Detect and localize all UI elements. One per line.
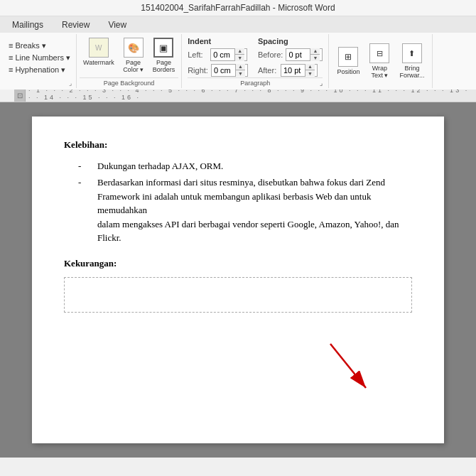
line-numbers-button[interactable]: ≡ Line Numbers ▾	[7, 53, 72, 63]
spacing-after-down[interactable]: ▼	[305, 70, 315, 77]
title-bar: 151402004_SarifahFarrahFadillah - Micros…	[0, 0, 476, 16]
indent-right-down[interactable]: ▼	[236, 70, 245, 77]
wrap-text-icon: ⊟	[369, 43, 389, 63]
spacing-after-input[interactable]: 10 pt ▲ ▼	[281, 64, 318, 77]
page-borders-icon: ▣	[153, 38, 173, 58]
document-page: Kelebihan: - Dukungan terhadap AJAX, ORM…	[32, 117, 444, 443]
indent-left-value: 0 cm	[213, 50, 234, 59]
page-color-icon: 🎨	[124, 38, 144, 58]
page-setup-buttons: ≡ Breaks ▾ ≡ Line Numbers ▾ ≡ Hyphenatio…	[7, 36, 72, 80]
bullet-dash-2: -	[78, 175, 89, 245]
spacing-before-row: Before: 0 pt ▲ ▼	[258, 48, 323, 61]
kelebihan-section: Kelebihan: - Dukungan terhadap AJAX, ORM…	[64, 138, 412, 245]
hyphenation-icon: ≡	[9, 65, 13, 74]
indent-left-row: Left: 0 cm ▲ ▼	[188, 48, 248, 61]
spacing-before-input[interactable]: 0 pt ▲ ▼	[286, 48, 323, 61]
page-setup-group: ≡ Breaks ▾ ≡ Line Numbers ▾ ≡ Hyphenatio…	[3, 34, 77, 88]
before-label: Before:	[258, 50, 283, 59]
spacing-group: Spacing Before: 0 pt ▲ ▼ After: 10 pt	[258, 37, 323, 77]
indent-right-spinner[interactable]: ▲ ▼	[235, 64, 245, 77]
indent-left-up[interactable]: ▲	[235, 48, 244, 55]
tab-mailings[interactable]: Mailings	[3, 16, 53, 33]
ruler: ⊡ · 1 · · · 2 · · · 3 · · · 4 · · · 5 · …	[0, 90, 476, 102]
indent-label: Indent	[188, 37, 248, 45]
indent-left-spinner[interactable]: ▲ ▼	[234, 48, 244, 61]
kelebihan-heading: Kelebihan:	[64, 138, 412, 152]
page-background-group-label: Page Background	[104, 80, 155, 87]
bullet-text-2a: Berdasarkan informasi dari situs resminy…	[97, 175, 412, 245]
arrange-group: ⊞ Position ⊟ WrapText ▾ ⬆ BringForwar...	[329, 34, 433, 88]
kekurangan-text-box[interactable]	[64, 277, 412, 313]
watermark-button[interactable]: W Watermark	[80, 36, 118, 68]
line-numbers-icon: ≡	[9, 53, 13, 62]
paragraph-group-label: Paragraph	[240, 80, 270, 87]
ruler-marks: · 1 · · · 2 · · · 3 · · · 4 · · · 5 · · …	[28, 90, 476, 101]
bullet-item-1: - Dukungan terhadap AJAX, ORM.	[78, 159, 412, 173]
bullet-list: - Dukungan terhadap AJAX, ORM. - Berdasa…	[78, 159, 412, 245]
indent-right-row: Right: 0 cm ▲ ▼	[188, 64, 248, 77]
document-area: Kelebihan: - Dukungan terhadap AJAX, ORM…	[0, 102, 476, 458]
paragraph-expand-icon[interactable]: ⌟	[320, 80, 323, 87]
spacing-before-value: 0 pt	[288, 50, 310, 59]
after-label: After:	[258, 66, 278, 75]
indent-left-down[interactable]: ▼	[235, 55, 244, 61]
spacing-after-up[interactable]: ▲	[305, 64, 315, 71]
position-button[interactable]: ⊞ Position	[333, 45, 363, 77]
bring-forward-button[interactable]: ⬆ BringForwar...	[396, 41, 428, 81]
bullet-text-1: Dukungan terhadap AJAX, ORM.	[97, 159, 223, 173]
indent-right-value: 0 cm	[214, 66, 235, 75]
page-borders-button[interactable]: ▣ PageBorders	[149, 36, 179, 75]
breaks-icon: ≡	[9, 41, 13, 50]
tab-view[interactable]: View	[99, 16, 136, 33]
position-icon: ⊞	[338, 47, 358, 67]
ribbon-tabs: Mailings Review View	[0, 16, 476, 33]
spacing-before-spinner[interactable]: ▲ ▼	[310, 48, 320, 61]
spacing-after-row: After: 10 pt ▲ ▼	[258, 64, 323, 77]
spacing-before-up[interactable]: ▲	[310, 48, 320, 55]
title-text: 151402004_SarifahFarrahFadillah - Micros…	[141, 3, 335, 13]
indent-right-up[interactable]: ▲	[236, 64, 245, 71]
spacing-after-spinner[interactable]: ▲ ▼	[305, 64, 315, 77]
red-arrow	[316, 337, 380, 401]
ribbon-content: ≡ Breaks ▾ ≡ Line Numbers ▾ ≡ Hyphenatio…	[0, 33, 476, 90]
hyphenation-button[interactable]: ≡ Hyphenation ▾	[7, 65, 67, 75]
indent-left-input[interactable]: 0 cm ▲ ▼	[210, 48, 247, 61]
spacing-after-value: 10 pt	[283, 66, 305, 75]
indent-right-input[interactable]: 0 cm ▲ ▼	[211, 64, 248, 77]
right-label: Right:	[188, 66, 208, 75]
svg-line-1	[330, 344, 366, 388]
breaks-button[interactable]: ≡ Breaks ▾	[7, 40, 48, 51]
page-setup-expand-icon[interactable]: ⌟	[69, 80, 72, 87]
bullet-dash-1: -	[78, 159, 89, 173]
arrow-container	[316, 337, 380, 401]
page-color-button[interactable]: 🎨 PageColor ▾	[119, 36, 148, 75]
indent-group: Indent Left: 0 cm ▲ ▼ Right: 0 cm	[188, 37, 248, 77]
spacing-before-down[interactable]: ▼	[310, 55, 320, 61]
bring-forward-icon: ⬆	[402, 43, 422, 63]
wrap-text-button[interactable]: ⊟ WrapText ▾	[366, 41, 393, 81]
left-label: Left:	[188, 50, 207, 59]
tab-review[interactable]: Review	[53, 16, 99, 33]
bullet-item-2: - Berdasarkan informasi dari situs resmi…	[78, 175, 412, 245]
watermark-icon: W	[89, 38, 109, 58]
spacing-label: Spacing	[258, 37, 323, 45]
kekurangan-heading: Kekurangan:	[64, 256, 412, 271]
kekurangan-section: Kekurangan:	[64, 256, 412, 313]
